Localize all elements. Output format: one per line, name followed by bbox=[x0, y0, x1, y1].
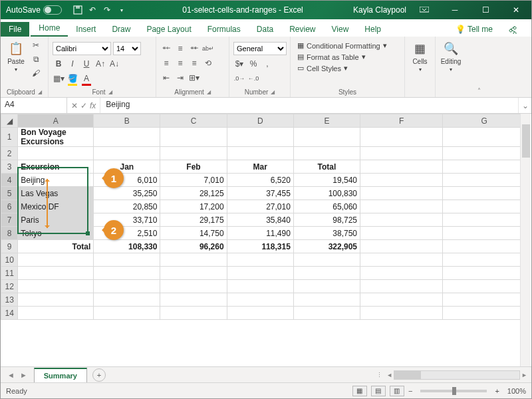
conditional-formatting-button[interactable]: ▦Conditional Formatting ▾ bbox=[295, 41, 400, 51]
number-format-combo[interactable]: General bbox=[233, 42, 287, 55]
tab-split-handle[interactable]: ⋮ bbox=[376, 372, 385, 378]
italic-button[interactable]: I bbox=[66, 58, 78, 70]
cell[interactable]: 11,490 bbox=[227, 227, 293, 240]
toggle-off-icon[interactable] bbox=[43, 5, 62, 15]
row-header[interactable]: 2 bbox=[1, 147, 18, 160]
cell[interactable]: 98,725 bbox=[293, 213, 360, 227]
col-header[interactable]: D bbox=[227, 114, 293, 128]
undo-icon[interactable]: ↶ bbox=[87, 5, 98, 15]
merge-center-icon[interactable]: ⊞▾ bbox=[188, 72, 200, 84]
cell-styles-button[interactable]: ▭Cell Styles ▾ bbox=[295, 63, 400, 73]
prev-sheet-icon[interactable]: ◄ bbox=[7, 371, 15, 379]
fill-handle[interactable] bbox=[86, 231, 90, 235]
zoom-thumb[interactable] bbox=[452, 387, 456, 395]
cell[interactable]: 14,750 bbox=[160, 227, 227, 240]
enter-formula-icon[interactable]: ✓ bbox=[80, 101, 87, 110]
row-header[interactable]: 5 bbox=[1, 187, 18, 200]
cell[interactable]: Total bbox=[293, 160, 360, 174]
tab-home[interactable]: Home bbox=[31, 21, 68, 37]
cell-active[interactable]: Beijing bbox=[18, 174, 94, 187]
row-header[interactable]: 6 bbox=[1, 200, 18, 213]
redo-icon[interactable]: ↷ bbox=[102, 5, 112, 15]
cell[interactable]: 27,010 bbox=[227, 200, 293, 213]
horizontal-scrollbar[interactable] bbox=[394, 370, 520, 380]
percent-icon[interactable]: % bbox=[247, 58, 259, 70]
tab-view[interactable]: View bbox=[324, 22, 357, 37]
expand-formula-bar-icon[interactable]: ⌄ bbox=[518, 98, 531, 113]
cell[interactable]: 118,315 bbox=[227, 240, 293, 253]
save-icon[interactable] bbox=[72, 5, 83, 15]
cell[interactable]: 322,905 bbox=[293, 240, 360, 253]
page-layout-view-icon[interactable]: ▤ bbox=[371, 386, 386, 396]
paste-button[interactable]: 📋 Paste ▾ bbox=[5, 39, 27, 72]
row-header[interactable]: 14 bbox=[1, 307, 18, 320]
tab-review[interactable]: Review bbox=[281, 22, 323, 37]
increase-font-icon[interactable]: A↑ bbox=[94, 58, 106, 70]
format-as-table-button[interactable]: ▤Format as Table ▾ bbox=[295, 52, 400, 62]
cell[interactable]: 7,010 bbox=[160, 174, 227, 187]
dialog-launcher-icon[interactable]: ◢ bbox=[38, 89, 42, 95]
sheet-tab-summary[interactable]: Summary bbox=[34, 368, 87, 382]
editing-button[interactable]: 🔍Editing▾ bbox=[440, 39, 462, 72]
underline-button[interactable]: U bbox=[80, 58, 92, 70]
autosave-toggle[interactable]: AutoSave bbox=[1, 5, 67, 15]
scroll-thumb[interactable] bbox=[394, 371, 421, 379]
cell[interactable]: 19,540 bbox=[293, 174, 360, 187]
row-header[interactable]: 7 bbox=[1, 213, 18, 227]
align-middle-icon[interactable]: ≡ bbox=[174, 43, 186, 55]
tab-data[interactable]: Data bbox=[249, 22, 281, 37]
cell[interactable]: 100,830 bbox=[293, 187, 360, 200]
decrease-decimal-icon[interactable]: ←.0 bbox=[247, 72, 259, 84]
bold-button[interactable]: B bbox=[53, 58, 65, 70]
cut-icon[interactable]: ✂ bbox=[30, 39, 42, 51]
tab-draw[interactable]: Draw bbox=[104, 22, 138, 37]
tab-file[interactable]: File bbox=[1, 22, 29, 37]
cell[interactable]: 35,250 bbox=[94, 187, 160, 200]
col-header[interactable]: C bbox=[160, 114, 227, 128]
cell[interactable]: Paris bbox=[18, 213, 94, 227]
cell[interactable]: 33,710 bbox=[94, 213, 160, 227]
col-header[interactable]: F bbox=[360, 114, 443, 128]
formula-input[interactable]: Beijing bbox=[100, 98, 518, 113]
cell[interactable]: 35,840 bbox=[227, 213, 293, 227]
scroll-thumb[interactable] bbox=[522, 124, 530, 158]
align-left-icon[interactable]: ≡ bbox=[160, 57, 172, 69]
cancel-formula-icon[interactable]: ✕ bbox=[71, 101, 78, 110]
qat-dropdown-icon[interactable]: ▾ bbox=[116, 5, 127, 15]
col-header[interactable]: E bbox=[293, 114, 360, 128]
row-header[interactable]: 11 bbox=[1, 267, 18, 280]
decrease-font-icon[interactable]: A↓ bbox=[108, 58, 120, 70]
cell[interactable]: 20,850 bbox=[94, 200, 160, 213]
cell[interactable]: 6,520 bbox=[227, 174, 293, 187]
row-header[interactable]: 3 bbox=[1, 160, 18, 174]
zoom-slider[interactable] bbox=[420, 390, 487, 392]
cell[interactable]: 65,060 bbox=[293, 200, 360, 213]
cell[interactable]: Mar bbox=[227, 160, 293, 174]
decrease-indent-icon[interactable]: ⇤ bbox=[160, 72, 172, 84]
row-header[interactable]: 4 bbox=[1, 174, 18, 187]
add-sheet-button[interactable]: + bbox=[92, 368, 106, 382]
share-button[interactable] bbox=[501, 22, 526, 37]
dialog-launcher-icon[interactable]: ◢ bbox=[207, 89, 211, 95]
scroll-right-icon[interactable]: ► bbox=[521, 372, 527, 378]
cell[interactable]: Las Vegas bbox=[18, 187, 94, 200]
cell[interactable]: Jan bbox=[94, 160, 160, 174]
increase-indent-icon[interactable]: ⇥ bbox=[174, 72, 186, 84]
tab-insert[interactable]: Insert bbox=[68, 22, 104, 37]
maximize-button[interactable]: ☐ bbox=[473, 1, 498, 19]
close-button[interactable]: ✕ bbox=[503, 1, 529, 19]
normal-view-icon[interactable]: ▦ bbox=[352, 386, 367, 396]
align-right-icon[interactable]: ≡ bbox=[188, 57, 200, 69]
collapse-ribbon-icon[interactable]: ˄ bbox=[471, 37, 486, 97]
format-painter-icon[interactable]: 🖌 bbox=[30, 67, 42, 79]
cell[interactable]: Excursion bbox=[18, 160, 94, 174]
cell[interactable]: 38,750 bbox=[293, 227, 360, 240]
vertical-scrollbar[interactable] bbox=[520, 114, 531, 366]
page-break-view-icon[interactable]: ▥ bbox=[390, 386, 404, 396]
tell-me[interactable]: 💡 Tell me bbox=[448, 22, 501, 37]
align-center-icon[interactable]: ≡ bbox=[174, 57, 186, 69]
cell[interactable]: 96,260 bbox=[160, 240, 227, 253]
row-header[interactable]: 9 bbox=[1, 240, 18, 253]
align-bottom-icon[interactable]: ⬵ bbox=[188, 43, 200, 55]
select-all-corner[interactable]: ◢ bbox=[1, 114, 18, 128]
